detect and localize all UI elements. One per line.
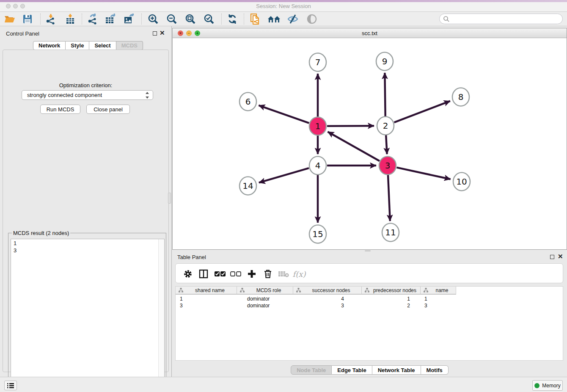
table-panel-float-icon[interactable] [550,255,554,259]
table-cell[interactable]: 1 [176,295,237,302]
edge-1-2[interactable] [327,126,374,126]
show-hidden-icon[interactable] [305,13,319,25]
column-header-predecessor-nodes[interactable]: predecessor nodes [362,287,421,295]
node-10[interactable]: 10 [453,173,470,191]
table-cell[interactable]: 3 [293,302,362,309]
deselect-all-icon[interactable] [229,267,242,281]
tab-network[interactable]: Network [33,41,66,50]
edge-3-10[interactable] [396,168,450,179]
node-1[interactable]: 1 [309,117,326,135]
export-network-icon[interactable] [85,13,100,25]
home-neighbors-icon[interactable] [267,13,281,25]
horizontal-splitter-handle[interactable] [365,250,371,251]
refresh-icon[interactable] [225,13,239,25]
tab-mcds[interactable]: MCDS [116,41,143,50]
toolbar-separator [244,14,244,25]
node-2[interactable]: 2 [377,117,394,135]
search-input[interactable] [439,14,563,24]
table-cell[interactable]: 3 [421,302,456,309]
tab-select[interactable]: Select [89,41,116,50]
table-cell[interactable]: 1 [362,295,421,302]
node-table[interactable]: shared nameMCDS rolesuccessor nodesprede… [175,286,563,361]
toggle-columns-icon[interactable] [197,267,210,281]
edge-4-14[interactable] [259,168,309,182]
node-11[interactable]: 11 [382,224,399,242]
table-panel-title: Table Panel [177,254,206,260]
edge-2-9[interactable] [385,73,385,116]
criterion-dropdown[interactable]: strongly connected component [22,90,153,100]
node-label: 10 [456,177,467,187]
edge-2-8[interactable] [394,101,450,123]
export-network-glyph [87,14,98,25]
column-header-MCDS-role[interactable]: MCDS role [237,287,293,295]
export-image-icon[interactable] [122,13,137,25]
tab-network-table[interactable]: Network Table [372,365,421,375]
column-header-successor-nodes[interactable]: successor nodes [293,287,362,295]
table-cell[interactable]: dominator [237,302,293,309]
import-table-icon[interactable] [63,13,77,25]
network-window-title: scc.txt [173,30,567,36]
column-header-name[interactable]: name [421,287,456,295]
clone-network-icon[interactable] [248,13,262,25]
zoom-in-icon[interactable] [146,13,160,25]
close-panel-button[interactable]: Close panel [86,105,130,114]
tab-node-table[interactable]: Node Table [291,365,332,375]
toolbar-separator [82,14,82,25]
column-type-icon [179,288,183,293]
criterion-dropdown-value: strongly connected component [27,92,102,98]
table-cell[interactable]: 1 [421,295,456,302]
node-14[interactable]: 14 [239,177,256,195]
import-table-glyph [65,14,76,25]
zoom-out-icon[interactable] [165,13,179,25]
network-canvas[interactable]: 7968124314101511 [173,38,567,249]
select-all-icon[interactable] [213,267,227,281]
task-history-button[interactable] [4,381,17,390]
mcds-tab-content: Optimization criterion: strongly connect… [3,50,169,372]
unchecked-boxes-glyph [230,271,241,277]
table-cell[interactable]: 4 [293,295,362,302]
mcds-result-legend: MCDS result (2 nodes) [12,230,70,236]
hide-selected-icon[interactable] [286,13,300,25]
column-header-shared-name[interactable]: shared name [176,287,237,295]
table-panel-close-icon[interactable]: ✕ [558,253,563,260]
tab-motifs[interactable]: Motifs [421,365,449,375]
import-network-icon[interactable] [44,13,58,25]
node-15[interactable]: 15 [309,225,326,243]
edge-1-6[interactable] [259,105,309,123]
table-cell[interactable]: 2 [362,302,421,309]
control-panel-close-icon[interactable]: ✕ [160,29,165,37]
save-session-icon[interactable] [20,13,35,25]
table-settings-gear-icon[interactable] [181,267,195,281]
open-session-icon[interactable] [3,13,17,25]
tab-style[interactable]: Style [66,41,89,50]
run-mcds-button[interactable]: Run MCDS [40,105,80,114]
mcds-result-box: MCDS result (2 nodes) 13 [8,233,166,392]
zoom-selected-icon[interactable] [202,13,216,25]
edge-2-3[interactable] [386,135,387,154]
column-type-icon [365,288,369,293]
control-panel-float-icon[interactable] [153,31,157,36]
table-cell[interactable]: 3 [176,302,237,309]
delete-row-icon[interactable] [261,267,275,281]
node-9[interactable]: 9 [376,52,393,71]
zoom-fit-icon[interactable] [183,13,198,25]
export-table-icon[interactable] [104,13,118,25]
delete-table-icon-disabled [277,267,290,281]
node-3[interactable]: 3 [379,157,396,175]
node-8[interactable]: 8 [452,88,469,106]
result-scrollbar[interactable] [158,239,164,389]
tab-edge-table[interactable]: Edge Table [332,365,372,375]
columns-glyph [199,269,208,279]
optimization-criterion-label: Optimization criterion: [3,82,168,88]
node-6[interactable]: 6 [239,93,256,111]
edge-3-11[interactable] [388,175,390,221]
mcds-result-list[interactable]: 13 [11,239,165,389]
table-cell[interactable]: dominator [237,295,293,302]
vertical-splitter-handle[interactable] [168,193,171,204]
node-7[interactable]: 7 [309,53,326,72]
edge-3-1[interactable] [328,132,380,161]
network-window-titlebar[interactable]: × − + scc.txt [173,28,567,38]
memory-button[interactable]: Memory [532,380,563,391]
node-4[interactable]: 4 [309,157,326,175]
add-row-icon[interactable] [245,267,259,281]
